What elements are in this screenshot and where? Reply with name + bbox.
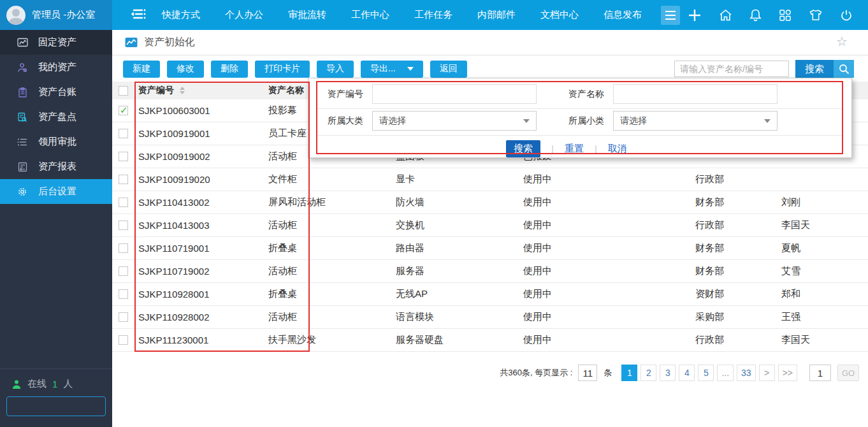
sidebar-item-4[interactable]: 资产盘点 [0, 105, 112, 129]
cell-user: 艾雪 [778, 265, 868, 277]
row-checkbox[interactable] [119, 175, 128, 184]
nav-item-4[interactable]: 工作中心 [351, 9, 389, 21]
minor-category-select[interactable]: 请选择 [613, 111, 778, 131]
user-area[interactable]: 管理员 -办公室 [0, 0, 112, 30]
power-icon[interactable] [840, 9, 853, 22]
assets-icon [17, 38, 28, 47]
cell-user: 刘刚 [778, 196, 868, 208]
main-content: 资产初始化 ☆ 新建 修改 删除 打印卡片 导入 导出... 返回 搜索 [112, 30, 868, 427]
panel-cancel-button[interactable]: 取消 [608, 143, 627, 155]
sidebar: 固定资产我的资产资产台账资产盘点领用审批资产报表后台设置 在线 1 人 [0, 30, 112, 427]
asset-code-input[interactable] [372, 84, 537, 104]
bell-icon[interactable] [749, 8, 762, 22]
cell-status: 使用中 [519, 242, 691, 254]
row-checkbox[interactable] [119, 106, 128, 115]
cell-status: 使用中 [519, 265, 691, 277]
sidebar-search-box [6, 396, 106, 416]
menu-icon[interactable] [661, 6, 680, 25]
column-header-asset-code[interactable]: 资产编号 [138, 85, 174, 96]
cell-department: 财务部 [691, 242, 778, 254]
cell-asset-name: 扶手黑沙发 [264, 334, 392, 346]
plus-icon[interactable] [688, 8, 702, 22]
page-button-2[interactable]: 2 [640, 365, 656, 381]
pagination-bar: 共360条, 每页显示 : 11 条 12345...33 > >> GO [112, 363, 868, 382]
report-icon [17, 162, 28, 172]
delete-button[interactable]: 删除 [211, 61, 248, 78]
export-dropdown-button[interactable]: 导出... [361, 61, 423, 78]
nav-item-3[interactable]: 审批流转 [288, 9, 326, 21]
page-size-box[interactable]: 11 [578, 365, 597, 381]
page-button-3[interactable]: 3 [660, 365, 676, 381]
cell-department: 行政部 [691, 173, 778, 185]
search-icon[interactable] [834, 60, 854, 78]
row-checkbox[interactable] [119, 266, 128, 276]
goto-page-input[interactable] [809, 365, 831, 381]
sidebar-item-3[interactable]: 资产台账 [0, 80, 112, 105]
apps-icon[interactable] [779, 9, 792, 22]
table-row: SJKP110719002活动柜服务器使用中财务部艾雪 [112, 260, 868, 283]
cell-asset-code: SJKP111230001 [134, 335, 264, 345]
sidebar-item-1[interactable]: 固定资产 [0, 30, 112, 55]
favorite-star-icon[interactable]: ☆ [836, 35, 848, 48]
quick-search-button[interactable]: 搜索 [795, 60, 834, 78]
nav-item-8[interactable]: 信息发布 [604, 9, 642, 21]
cell-asset-code: SJKP110719002 [134, 266, 264, 277]
main-nav: 快捷方式个人办公审批流转工作中心工作任务内部邮件文档中心信息发布 [162, 9, 642, 21]
cell-asset-code: SJKP110413002 [134, 197, 264, 208]
cell-asset-code: SJKP100919002 [134, 151, 264, 162]
sidebar-item-2[interactable]: 我的资产 [0, 55, 112, 80]
panel-reset-button[interactable]: 重置 [565, 143, 584, 155]
print-card-button[interactable]: 打印卡片 [255, 61, 310, 78]
cell-asset-code: SJKP110413003 [134, 220, 264, 231]
back-button[interactable]: 返回 [430, 61, 467, 78]
column-header-asset-name[interactable]: 资产名称 [268, 85, 304, 95]
page-button-1[interactable]: 1 [621, 365, 637, 381]
import-button[interactable]: 导入 [317, 61, 354, 78]
panel-search-button[interactable]: 搜索 [506, 140, 540, 157]
sidebar-item-5[interactable]: 领用审批 [0, 129, 112, 154]
quick-search-input[interactable] [674, 61, 789, 77]
sidebar-item-7[interactable]: 后台设置 [0, 179, 112, 204]
row-checkbox[interactable] [119, 289, 128, 299]
major-category-select[interactable]: 请选择 [372, 111, 537, 131]
field-label-minor-category: 所属小类 [537, 115, 613, 127]
sidebar-item-label: 后台设置 [38, 185, 76, 198]
row-checkbox[interactable] [119, 129, 128, 138]
nav-item-1[interactable]: 快捷方式 [162, 9, 200, 21]
row-checkbox[interactable] [119, 243, 128, 253]
row-checkbox[interactable] [119, 198, 128, 207]
sort-icon[interactable] [180, 87, 185, 94]
nav-item-7[interactable]: 文档中心 [540, 9, 579, 21]
edit-button[interactable]: 修改 [167, 61, 204, 78]
collapse-menu-icon[interactable] [131, 8, 147, 23]
theme-icon[interactable] [809, 9, 823, 21]
cell-asset-name: 屏风和活动柜 [264, 196, 392, 208]
nav-item-2[interactable]: 个人办公 [225, 9, 263, 21]
divider: | [551, 143, 554, 154]
row-checkbox[interactable] [119, 312, 128, 322]
row-checkbox-cell [112, 198, 134, 207]
new-button[interactable]: 新建 [123, 61, 160, 78]
cell-status: 使用中 [519, 219, 691, 231]
asset-name-input[interactable] [613, 84, 778, 104]
page-button-33[interactable]: 33 [737, 365, 756, 381]
sidebar-item-label: 资产盘点 [38, 111, 76, 123]
row-checkbox[interactable] [119, 335, 128, 345]
page-button-4[interactable]: 4 [679, 365, 695, 381]
row-checkbox[interactable] [119, 152, 128, 161]
last-page-button[interactable]: >> [778, 365, 797, 381]
page-button-5[interactable]: 5 [698, 365, 714, 381]
nav-item-6[interactable]: 内部邮件 [477, 9, 516, 21]
cell-user: 郑和 [778, 288, 868, 300]
home-icon[interactable] [719, 9, 732, 21]
select-all-checkbox[interactable] [119, 86, 128, 96]
go-button[interactable]: GO [837, 365, 859, 381]
row-checkbox-cell [112, 266, 134, 276]
table-row: SJKP110719001折叠桌路由器使用中财务部夏帆 [112, 237, 868, 260]
row-checkbox[interactable] [119, 221, 128, 230]
table-row: SJKP110928002活动柜语言模块使用中采购部王强 [112, 306, 868, 329]
nav-item-5[interactable]: 工作任务 [414, 9, 452, 21]
sidebar-item-6[interactable]: 资产报表 [0, 154, 112, 179]
next-page-button[interactable]: > [759, 365, 775, 381]
cell-asset-name: 活动柜 [264, 219, 392, 231]
